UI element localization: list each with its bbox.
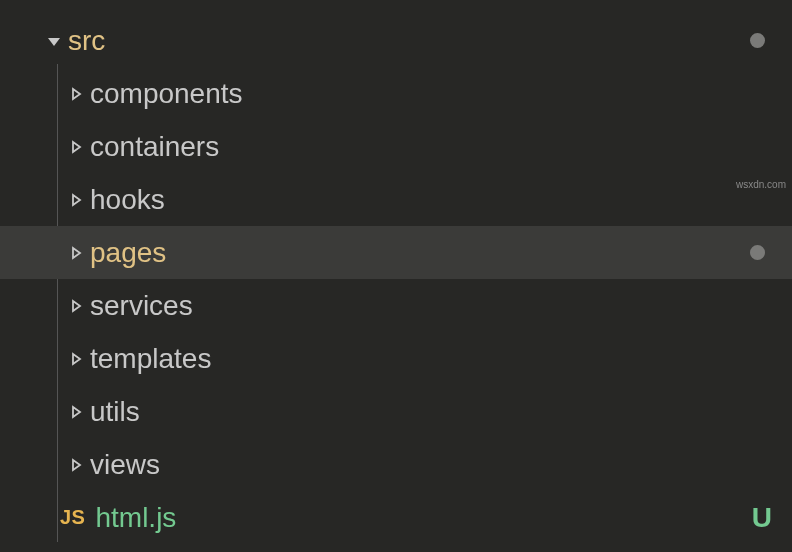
folder-label: templates bbox=[90, 343, 211, 375]
file-label: html.js bbox=[95, 502, 176, 534]
modified-dot-icon bbox=[750, 33, 765, 48]
watermark: wsxdn.com bbox=[736, 179, 786, 190]
chevron-right-icon[interactable] bbox=[66, 246, 86, 260]
folder-label: components bbox=[90, 78, 243, 110]
folder-label: src bbox=[68, 25, 105, 57]
folder-pages[interactable]: pages bbox=[0, 226, 792, 279]
folder-label: containers bbox=[90, 131, 219, 163]
folder-src[interactable]: src bbox=[0, 14, 792, 67]
chevron-right-icon[interactable] bbox=[66, 458, 86, 472]
folder-components[interactable]: components bbox=[0, 67, 792, 120]
chevron-right-icon[interactable] bbox=[66, 193, 86, 207]
folder-label: pages bbox=[90, 237, 166, 269]
folder-containers[interactable]: containers bbox=[0, 120, 792, 173]
chevron-right-icon[interactable] bbox=[66, 87, 86, 101]
folder-label: services bbox=[90, 290, 193, 322]
git-status-badge: U bbox=[752, 502, 772, 534]
file-tree: src components containers hooks pages bbox=[0, 0, 792, 544]
folder-label: views bbox=[90, 449, 160, 481]
chevron-down-icon[interactable] bbox=[44, 33, 64, 49]
folder-utils[interactable]: utils bbox=[0, 385, 792, 438]
chevron-right-icon[interactable] bbox=[66, 352, 86, 366]
folder-label: utils bbox=[90, 396, 140, 428]
chevron-right-icon[interactable] bbox=[66, 140, 86, 154]
folder-templates[interactable]: templates bbox=[0, 332, 792, 385]
folder-services[interactable]: services bbox=[0, 279, 792, 332]
modified-dot-icon bbox=[750, 245, 765, 260]
folder-views[interactable]: views bbox=[0, 438, 792, 491]
chevron-right-icon[interactable] bbox=[66, 299, 86, 313]
file-html-js[interactable]: JS html.js U bbox=[0, 491, 792, 544]
folder-hooks[interactable]: hooks bbox=[0, 173, 792, 226]
js-file-icon: JS bbox=[60, 506, 85, 529]
folder-label: hooks bbox=[90, 184, 165, 216]
chevron-right-icon[interactable] bbox=[66, 405, 86, 419]
